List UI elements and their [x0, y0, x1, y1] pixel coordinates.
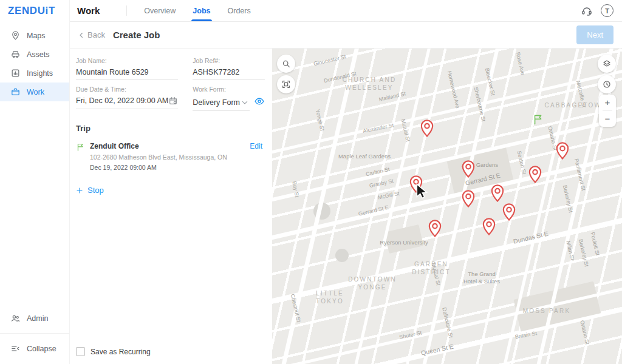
save-as-recurring-checkbox[interactable] — [76, 347, 85, 356]
add-stop-button[interactable]: Stop — [76, 186, 262, 195]
job-name-value: Mountain Route 6529 — [76, 68, 178, 76]
due-date-value: Fri, Dec 02, 2022 09:00 AM — [76, 96, 168, 105]
edit-stop-button[interactable]: Edit — [250, 142, 262, 150]
map-flag-icon[interactable] — [532, 113, 544, 126]
save-as-recurring-label: Save as Recurring — [91, 348, 151, 356]
layers-icon — [602, 59, 612, 69]
job-ref-value: ASHSK77282 — [193, 68, 265, 76]
map-pin[interactable] — [491, 184, 504, 202]
road — [320, 49, 459, 364]
user-avatar[interactable]: T — [601, 4, 613, 17]
save-as-recurring-row: Save as Recurring — [76, 347, 262, 356]
sidebar: Maps Assets Insights Work Admin Collapse — [0, 22, 70, 364]
sidebar-item-label: Maps — [27, 32, 46, 40]
map-history-button[interactable] — [598, 75, 616, 93]
zoom-out-button[interactable]: − — [599, 111, 616, 127]
vehicle-icon — [10, 49, 21, 59]
job-ref-input[interactable]: ASHSK77282 — [193, 67, 265, 80]
work-form-value: Delivery Form — [193, 98, 240, 107]
collapse-icon — [10, 343, 21, 354]
map-street-label: Yonge St — [313, 109, 326, 132]
next-button[interactable]: Next — [576, 25, 613, 44]
map-pin[interactable] — [502, 203, 516, 221]
sidebar-item-insights[interactable]: Insights — [0, 64, 69, 83]
zoom-in-button[interactable]: + — [599, 95, 616, 110]
due-date-input[interactable]: Fri, Dec 02, 2022 09:00 AM — [76, 96, 178, 109]
map-street-label: Maitland St — [378, 90, 407, 104]
job-name-field-group: Job Name: Mountain Route 6529 — [76, 57, 178, 80]
trip-stop-row: Zenduit Office 102-2680 Matheson Blvd Ea… — [76, 142, 262, 171]
create-job-form: Job Name: Mountain Route 6529 Job Ref#: … — [70, 49, 272, 364]
map-street-label: Berkeley St — [576, 238, 590, 267]
sidebar-item-admin[interactable]: Admin — [0, 309, 69, 328]
due-date-label: Due Date & Time: — [76, 86, 178, 93]
map-poi-label: The Grand Hotel & Suites — [463, 271, 500, 286]
map-street-label: Seaton St — [515, 150, 527, 175]
map[interactable]: Gloucester StDundonald StCHURCH AND WELL… — [272, 49, 622, 364]
map-street-label: Poulett St — [589, 232, 601, 257]
tab-jobs[interactable]: Jobs — [193, 0, 210, 21]
chevron-down-icon — [240, 98, 250, 107]
campus-block — [384, 224, 424, 254]
map-pin[interactable] — [528, 166, 542, 183]
bar-chart-icon — [10, 68, 21, 78]
job-name-input[interactable]: Mountain Route 6529 — [76, 67, 178, 80]
add-stop-label: Stop — [87, 186, 104, 195]
section-title: Work — [77, 5, 100, 16]
tab-overview[interactable]: Overview — [144, 0, 176, 21]
sidebar-divider — [0, 333, 69, 334]
briefcase-icon — [10, 87, 21, 97]
road — [272, 49, 386, 364]
map-pin[interactable] — [428, 220, 442, 237]
topbar-actions: T — [581, 0, 613, 21]
create-job-toolbar: Back Create Job Next — [70, 22, 622, 49]
trip-stop-address: 102-2680 Matheson Blvd East, Mississauga… — [90, 153, 250, 161]
workspace: Job Name: Mountain Route 6529 Job Ref#: … — [70, 49, 622, 364]
map-pin[interactable] — [420, 120, 434, 137]
preview-form-button[interactable] — [254, 96, 265, 111]
tab-orders[interactable]: Orders — [228, 0, 251, 21]
trip-flag-icon — [76, 142, 85, 154]
support-headset-icon[interactable] — [581, 5, 593, 17]
map-street-label: Rose Ave — [514, 52, 526, 76]
sidebar-item-assets[interactable]: Assets — [0, 45, 69, 64]
map-pin[interactable] — [482, 218, 496, 235]
trip-stop-name: Zenduit Office — [90, 142, 250, 150]
map-street-label: Mutual St — [429, 262, 442, 286]
map-street-label: Metcalfe St — [574, 80, 587, 109]
building-block — [335, 249, 349, 262]
top-bar: Work Overview Jobs Orders T — [70, 0, 622, 22]
trip-heading: Trip — [76, 124, 262, 133]
work-tabs: Overview Jobs Orders — [144, 0, 250, 21]
map-street-label: Gloucester St — [313, 53, 347, 68]
logo-area: ZENDUiT — [0, 0, 70, 22]
map-pin[interactable] — [462, 190, 475, 207]
eye-icon — [254, 96, 265, 107]
job-ref-field-group: Job Ref#: ASHSK77282 — [193, 57, 265, 80]
calendar-icon[interactable] — [168, 96, 178, 106]
map-street-label: Ontario St — [578, 320, 591, 345]
trip-stop-details: Zenduit Office 102-2680 Matheson Blvd Ea… — [90, 142, 250, 171]
map-pin-icon — [10, 30, 21, 41]
map-pin[interactable] — [462, 160, 475, 178]
search-icon — [281, 59, 291, 69]
map-search-button[interactable] — [277, 55, 295, 73]
sidebar-item-label: Insights — [27, 69, 53, 78]
road — [272, 49, 622, 176]
main-content: Back Create Job Next Job Name: Mountain … — [70, 22, 622, 364]
topbar-divider — [126, 5, 127, 16]
map-region-select-button[interactable] — [277, 75, 295, 93]
sidebar-collapse-button[interactable]: Collapse — [0, 339, 69, 358]
back-button[interactable]: Back — [77, 30, 105, 39]
map-street-label: Granby St — [369, 178, 394, 190]
work-form-select[interactable]: Delivery Form — [193, 98, 250, 111]
sidebar-item-work[interactable]: Work — [0, 83, 69, 101]
map-pin[interactable] — [409, 175, 423, 193]
trip-stop-datetime: Dec 19, 2022 09:00 AM — [90, 164, 250, 171]
sidebar-item-maps[interactable]: Maps — [0, 26, 69, 45]
map-pin[interactable] — [556, 142, 569, 160]
page-title: Create Job — [113, 30, 160, 40]
map-layers-button[interactable] — [598, 55, 616, 73]
sidebar-item-label: Collapse — [27, 345, 56, 353]
map-area-label: LITTLE TOKYO — [316, 289, 344, 305]
